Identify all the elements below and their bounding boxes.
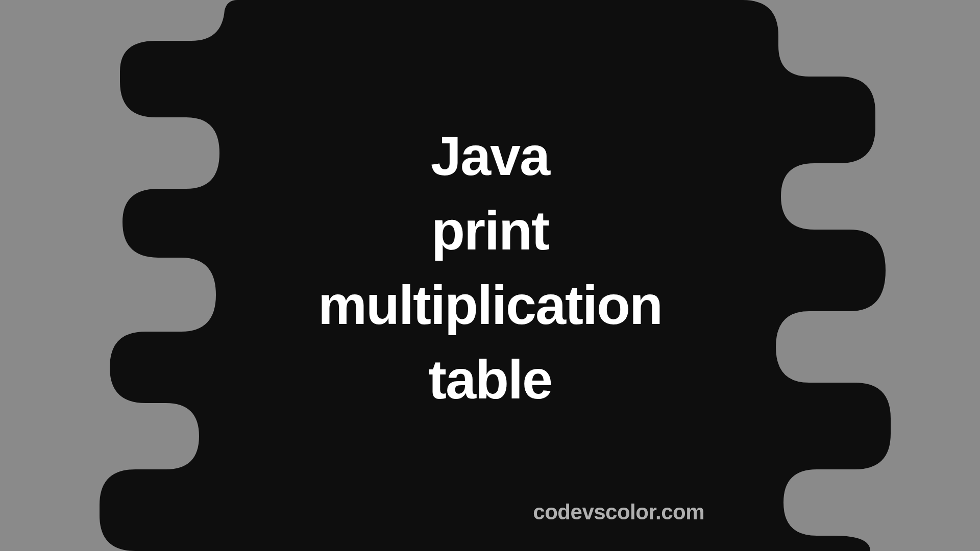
footer-site-url: codevscolor.com xyxy=(533,500,704,524)
main-title: Java print multiplication table xyxy=(318,119,662,416)
content-area: Java print multiplication table xyxy=(0,0,980,551)
title-line-1: Java xyxy=(318,119,662,193)
title-line-3: multiplication xyxy=(318,268,662,342)
title-line-2: print xyxy=(318,193,662,268)
title-line-4: table xyxy=(318,342,662,417)
